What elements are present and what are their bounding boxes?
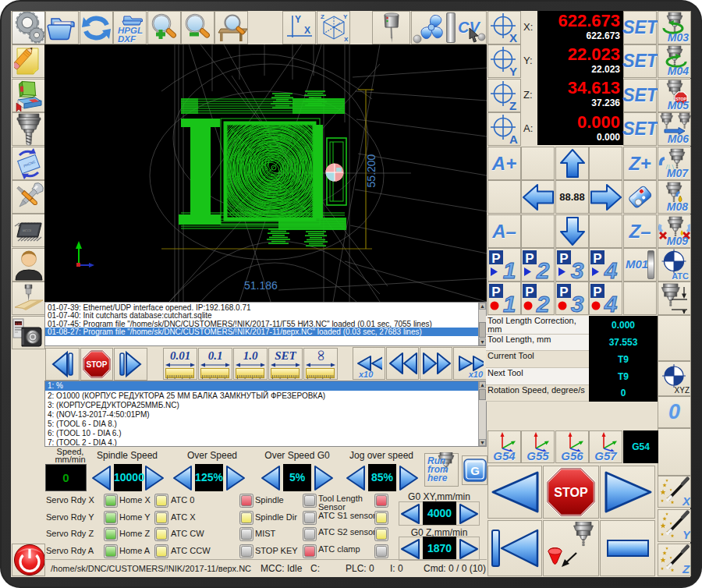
svg-text:0.00: 0.00 bbox=[16, 321, 23, 325]
svg-text:P: P bbox=[525, 251, 534, 266]
svg-text:1: 1 bbox=[503, 257, 516, 282]
svg-text:Z: Z bbox=[509, 99, 516, 112]
svg-text:4: 4 bbox=[604, 257, 618, 282]
svg-text:P: P bbox=[491, 285, 500, 299]
svg-text:G: G bbox=[470, 464, 480, 477]
svg-text:P: P bbox=[593, 285, 601, 299]
svg-text:A: A bbox=[509, 133, 518, 146]
svg-text:Y: Y bbox=[682, 528, 690, 541]
svg-text:X: X bbox=[304, 25, 310, 36]
svg-text:X: X bbox=[682, 494, 690, 508]
svg-text:X: X bbox=[509, 31, 517, 44]
svg-text:55.200: 55.200 bbox=[365, 154, 378, 187]
svg-text:P: P bbox=[491, 251, 500, 266]
svg-text:P: P bbox=[559, 285, 568, 299]
svg-text:2: 2 bbox=[536, 257, 550, 282]
svg-text:MCC5: MCC5 bbox=[22, 228, 32, 232]
svg-text:P: P bbox=[525, 285, 534, 299]
svg-text:Z: Z bbox=[682, 562, 690, 576]
svg-text:4: 4 bbox=[604, 291, 618, 315]
svg-text:51.186: 51.186 bbox=[244, 279, 278, 292]
svg-text:Y: Y bbox=[295, 14, 301, 25]
svg-text:STOP: STOP bbox=[86, 360, 107, 369]
svg-text:STOP: STOP bbox=[554, 486, 588, 499]
svg-text:2: 2 bbox=[536, 291, 550, 315]
svg-text:P: P bbox=[593, 251, 601, 266]
svg-text:Y: Y bbox=[343, 13, 348, 20]
svg-text:Z: Z bbox=[321, 13, 324, 20]
svg-text:3: 3 bbox=[571, 291, 584, 315]
svg-text:Y: Y bbox=[509, 65, 517, 78]
svg-text:X: X bbox=[344, 36, 349, 43]
svg-text:3: 3 bbox=[571, 257, 584, 282]
svg-text:P: P bbox=[559, 251, 568, 266]
svg-text:1: 1 bbox=[503, 291, 516, 315]
